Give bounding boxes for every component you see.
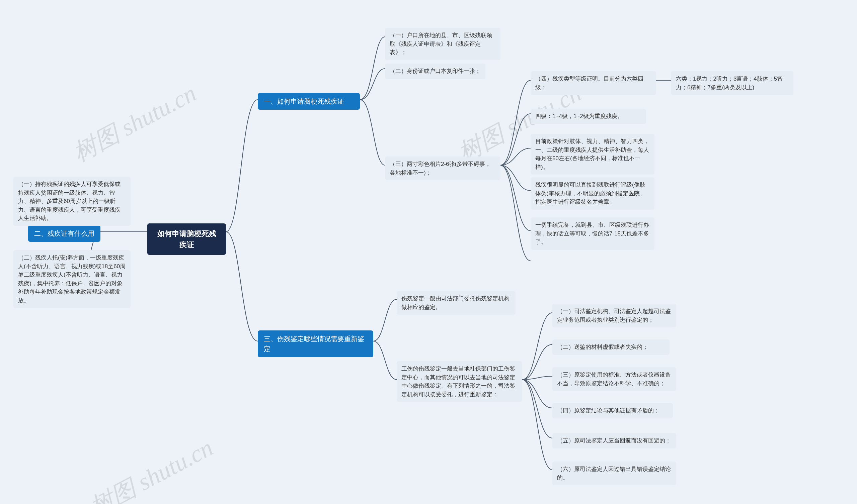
- branch-1-sub-3: 目前政策针对肢体、视力、精神、智力四类，一、二级的重度残疾人提供生活补助金，每人…: [531, 134, 654, 175]
- branch-3-sub-1: （一）司法鉴定机构、司法鉴定人超越司法鉴定业务范围或者执业类别进行鉴定的；: [552, 304, 676, 327]
- watermark: 树图 shutu.cn: [67, 77, 202, 169]
- branch-1-sub-2: 四级：1~4级，1~2级为重度残疾。: [531, 109, 646, 124]
- branch-3-sub-6: （六）原司法鉴定人因过错出具错误鉴定结论的。: [552, 462, 676, 485]
- branch-3-sub-3: （三）原鉴定使用的标准、方法或者仪器设备不当，导致原鉴定结论不科学、不准确的；: [552, 367, 676, 391]
- root-node[interactable]: 如何申请脑梗死残疾证: [147, 223, 226, 255]
- branch-3[interactable]: 三、伤残鉴定哪些情况需要重新鉴定: [258, 330, 373, 357]
- branch-1-sub-5: 一切手续完备，就到县、市、区级残联进行办理，快的话立等可取，慢的话7-15天也差…: [531, 218, 654, 250]
- branch-2[interactable]: 二、残疾证有什么用: [28, 225, 100, 242]
- branch-1-sub-1: （四）残疾类型等级证明。目前分为六类四级：: [531, 71, 656, 95]
- branch-1-sub-4: 残疾很明显的可以直接到残联进行评级(像肢体类)审核办理，不明显的必须到指定医院、…: [531, 177, 654, 210]
- watermark: 树图 shutu.cn: [84, 432, 219, 504]
- branch-2-item-2: （二）残疾人托(安)养方面，一级重度残疾人(不含听力、语言、视力残疾)或18至6…: [13, 250, 131, 308]
- branch-3-sub-4: （四）原鉴定结论与其他证据有矛盾的；: [552, 403, 673, 418]
- branch-1-item-2: （二）身份证或户口本复印件一张；: [385, 64, 485, 79]
- branch-1-item-1: （一）户口所在地的县、市、区级残联领取《残疾人证申请表》和《残疾评定表》；: [385, 28, 501, 60]
- branch-1-item-3: （三）两寸彩色相片2-6张(多带不碍事，各地标准不一)；: [385, 157, 501, 180]
- branch-2-item-1: （一）持有残疾证的残疾人可享受低保或持残疾人贫困证的一级肢体、视力、智力、精神、…: [13, 177, 131, 226]
- branch-3-sub-5: （五）原司法鉴定人应当回避而没有回避的；: [552, 433, 676, 449]
- branch-1[interactable]: 一、如何申请脑梗死残疾证: [258, 93, 360, 110]
- branch-3-item-1: 伤残鉴定一般由司法部门委托伤残鉴定机构做相应的鉴定。: [397, 291, 516, 315]
- branch-1-sub-1a: 六类：1视力；2听力；3言语；4肢体；5智力；6精神；7多重(两类及以上): [671, 71, 793, 95]
- branch-3-item-2: 工伤的伤残鉴定一般去当地社保部门的工伤鉴定中心，而其他情况的可以去当地的司法鉴定…: [397, 361, 522, 402]
- branch-3-sub-2: （二）送鉴的材料虚假或者失实的；: [552, 340, 670, 355]
